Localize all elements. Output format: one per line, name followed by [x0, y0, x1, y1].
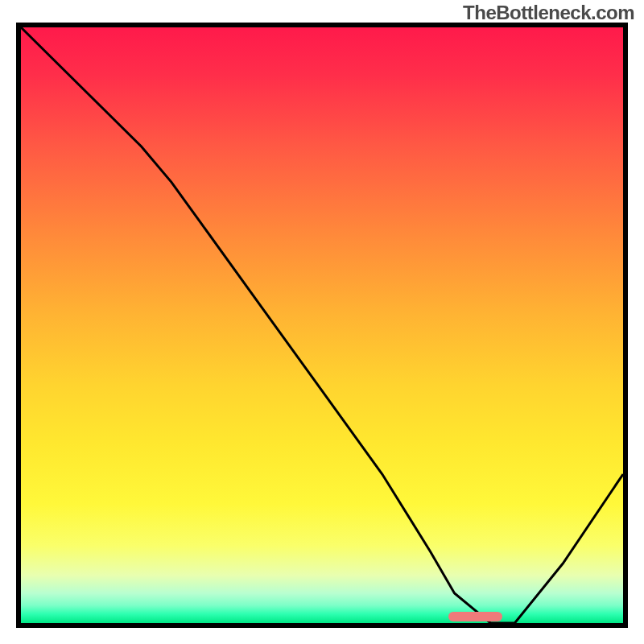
plot-area [16, 23, 628, 628]
bottleneck-curve [21, 27, 623, 623]
curve-path [21, 27, 623, 623]
optimal-range-marker [448, 612, 502, 621]
watermark-text: TheBottleneck.com [463, 2, 634, 24]
chart-container: TheBottleneck.com [0, 0, 644, 644]
